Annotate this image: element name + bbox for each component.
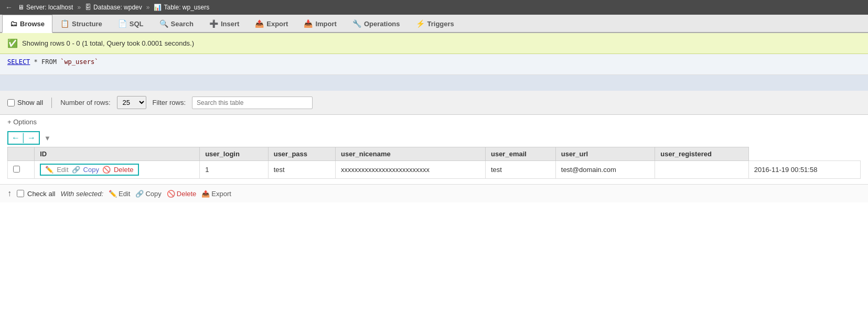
- col-user-url-label: user_url: [561, 150, 588, 158]
- server-label: Server: localhost: [26, 4, 73, 11]
- col-user-registered[interactable]: user_registered: [655, 147, 748, 161]
- database-label: Database: wpdev: [93, 4, 142, 11]
- title-bar: ← 🖥 Server: localhost » 🗄 Database: wpde…: [0, 0, 868, 15]
- col-id[interactable]: ID: [35, 147, 200, 161]
- export-icon: 📤: [255, 19, 264, 28]
- edit-pencil-icon: ✏️: [45, 166, 53, 174]
- delete-icon: 🚫: [102, 166, 111, 174]
- bottom-delete-label: Delete: [177, 190, 197, 198]
- resize-ctrl[interactable]: ← │ →: [7, 131, 40, 145]
- search-table-input[interactable]: [192, 96, 313, 109]
- tab-triggers[interactable]: ⚡ Triggers: [408, 15, 462, 32]
- row-user-email-value: test@domain.com: [561, 166, 616, 174]
- sql-display: SELECT * FROM `wp_users`: [0, 54, 868, 75]
- filter-rows-label: Filter rows:: [153, 99, 186, 106]
- bottom-bar: ↑ Check all With selected: ✏️ Edit 🔗 Cop…: [0, 184, 868, 202]
- sql-table-name: `wp_users`: [60, 58, 98, 66]
- row-delete-button[interactable]: 🚫 Delete: [102, 166, 134, 174]
- col-user-nicename[interactable]: user_nicename: [336, 147, 486, 161]
- alert-bar: ✅ Showing rows 0 - 0 (1 total, Query too…: [0, 33, 868, 54]
- bottom-export-label: Export: [211, 190, 231, 198]
- row-checkbox[interactable]: [13, 166, 20, 173]
- spacer-bar: [0, 75, 868, 91]
- tab-triggers-label: Triggers: [427, 20, 454, 28]
- show-all-label[interactable]: Show all: [7, 99, 43, 106]
- col-user-email[interactable]: user_email: [485, 147, 555, 161]
- structure-icon: 📋: [60, 19, 69, 28]
- tab-bar: 🗂 Browse 📋 Structure 📄 SQL 🔍 Search ➕ In…: [0, 15, 868, 33]
- tab-export[interactable]: 📤 Export: [247, 15, 296, 32]
- data-table: ID user_login user_pass user_nicename us…: [7, 147, 861, 179]
- tab-browse-label: Browse: [20, 20, 45, 28]
- bottom-copy-label: Copy: [145, 190, 161, 198]
- import-icon: 📥: [304, 19, 313, 28]
- row-user-registered-value: 2016-11-19 00:51:58: [754, 166, 818, 174]
- bottom-copy-button[interactable]: 🔗 Copy: [135, 190, 161, 198]
- row-user-nicename-cell: test: [485, 161, 555, 179]
- copy-icon: 🔗: [72, 166, 80, 174]
- options-link-text: + Options: [7, 118, 37, 126]
- row-checkbox-cell: [8, 161, 35, 179]
- table-area: ← │ → ▼ ID user_login user_pass user_nic…: [0, 129, 868, 184]
- tab-sql[interactable]: 📄 SQL: [110, 15, 152, 32]
- show-all-checkbox[interactable]: [7, 99, 15, 106]
- col-user-login[interactable]: user_login: [200, 147, 269, 161]
- row-user-pass-cell: xxxxxxxxxxxxxxxxxxxxxxxxxx: [336, 161, 486, 179]
- tab-import[interactable]: 📥 Import: [296, 15, 344, 32]
- alert-message: Showing rows 0 - 0 (1 total, Query took …: [22, 39, 194, 47]
- bottom-edit-label: Edit: [119, 190, 130, 198]
- back-arrow-icon[interactable]: ←: [5, 3, 13, 12]
- alert-success-icon: ✅: [7, 38, 18, 48]
- bottom-export-button[interactable]: 📤 Export: [201, 190, 231, 198]
- bottom-edit-button[interactable]: ✏️ Edit: [109, 190, 130, 198]
- check-all-checkbox[interactable]: [17, 190, 24, 197]
- bottom-delete-button[interactable]: 🚫 Delete: [167, 190, 197, 198]
- delete-label: Delete: [114, 166, 134, 174]
- tab-sql-label: SQL: [130, 20, 144, 28]
- number-of-rows-label: Number of rows:: [60, 99, 110, 106]
- rows-per-page-select[interactable]: 25 50 100: [117, 96, 146, 109]
- col-checkbox: [8, 147, 35, 161]
- check-all-group: Check all: [17, 190, 55, 198]
- bottom-export-icon: 📤: [201, 190, 210, 198]
- filter-separator: [51, 98, 52, 108]
- table-icon: 📊: [154, 4, 162, 11]
- operations-icon: 🔧: [352, 19, 361, 28]
- tab-search[interactable]: 🔍 Search: [152, 15, 201, 32]
- resize-left-icon: ←: [12, 133, 20, 143]
- tab-structure[interactable]: 📋 Structure: [52, 15, 110, 32]
- breadcrumb-sep2: »: [146, 4, 150, 11]
- options-toggle[interactable]: + Options: [0, 115, 868, 129]
- tab-search-label: Search: [171, 20, 194, 28]
- copy-label: Copy: [83, 166, 99, 174]
- col-user-email-label: user_email: [491, 150, 527, 158]
- sql-body: * FROM: [34, 58, 61, 66]
- scroll-top-icon[interactable]: ↑: [7, 189, 12, 198]
- row-user-url-cell: [655, 161, 748, 179]
- sql-keyword-select: SELECT: [7, 58, 30, 66]
- col-user-url[interactable]: user_url: [555, 147, 655, 161]
- browse-icon: 🗂: [10, 19, 17, 28]
- row-user-pass-value: xxxxxxxxxxxxxxxxxxxxxxxxxx: [341, 166, 430, 174]
- tab-export-label: Export: [266, 20, 288, 28]
- table-header-row: ID user_login user_pass user_nicename us…: [8, 147, 861, 161]
- col-user-nicename-label: user_nicename: [341, 150, 391, 158]
- search-tab-icon: 🔍: [159, 19, 168, 28]
- row-edit-button[interactable]: ✏️ Edit: [45, 166, 68, 174]
- resize-header: ← │ → ▼: [7, 129, 861, 147]
- tab-import-label: Import: [315, 20, 336, 28]
- row-user-email-cell: test@domain.com: [555, 161, 655, 179]
- tab-insert[interactable]: ➕ Insert: [201, 15, 247, 32]
- col-user-pass[interactable]: user_pass: [268, 147, 335, 161]
- tab-operations-label: Operations: [364, 20, 400, 28]
- table-label: Table: wp_users: [164, 4, 209, 11]
- show-all-text: Show all: [17, 99, 43, 106]
- row-copy-button[interactable]: 🔗 Copy: [72, 166, 99, 174]
- insert-icon: ➕: [209, 19, 218, 28]
- tab-operations[interactable]: 🔧 Operations: [345, 15, 408, 32]
- sort-arrow-header: ▼: [44, 134, 51, 142]
- tab-browse[interactable]: 🗂 Browse: [2, 15, 52, 33]
- bottom-copy-icon: 🔗: [135, 190, 144, 198]
- resize-mid-icon: │: [21, 133, 26, 143]
- bottom-edit-icon: ✏️: [109, 190, 117, 198]
